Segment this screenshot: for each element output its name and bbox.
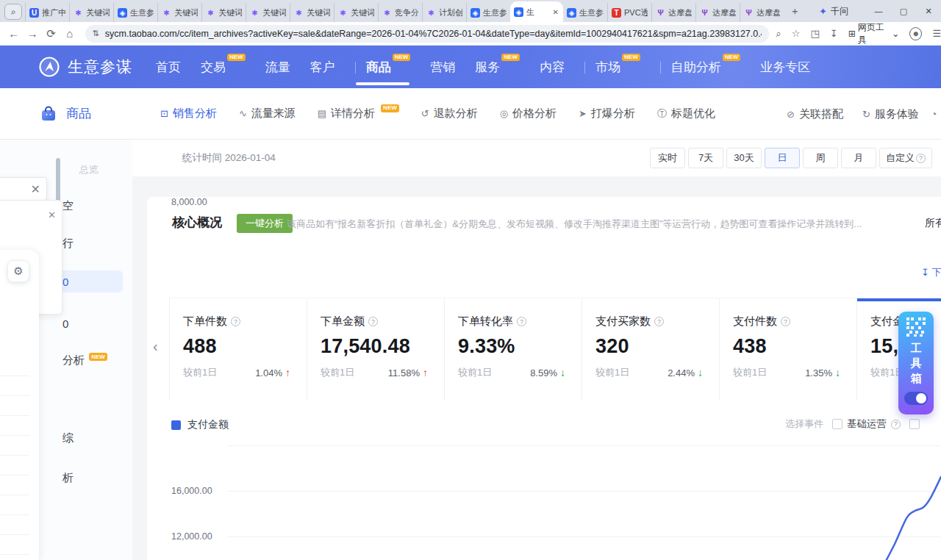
browser-tab[interactable]: Ψ 达摩盘 [651,3,695,22]
close-icon[interactable]: ✕ [31,182,40,196]
info-icon[interactable]: ? [517,317,526,326]
browser-tab[interactable]: ✱ 竞争分 [378,3,422,22]
reload-icon[interactable]: ⟳ [42,27,60,40]
analysis-tab[interactable]: ➤ 打爆分析 [579,107,635,121]
one-click-analyze-button[interactable]: 一键分析 [237,214,293,233]
home-icon[interactable]: ⌂ [60,27,79,40]
analysis-tab[interactable]: ◎ 价格分析 [500,107,557,121]
analysis-tab[interactable]: ↺ 退款分析 [421,107,478,121]
extension-icon[interactable]: ◳ [811,28,820,39]
browser-tab[interactable]: ◈ 生意参 [466,3,510,22]
trend-arrow-icon: ↑ [285,367,290,378]
close-window-button[interactable]: ✕ [916,0,941,22]
info-icon[interactable]: ? [781,317,790,326]
close-icon[interactable]: ✕ [48,209,56,220]
back-icon[interactable]: ← [4,27,23,40]
analysis-tab[interactable]: Ⓣ 标题优化 [657,107,715,121]
date-range-button[interactable]: 实时 [650,148,685,168]
browser-tab[interactable]: ✱ 关键词 [334,3,378,22]
metric-card[interactable]: 下单转化率 ? 9.33% 较前1日 8.59% ↓ [444,298,582,401]
date-range-label: 日 [778,151,787,165]
browser-tab[interactable]: ◈ 生意参 [563,3,607,22]
assistant-button[interactable]: ✦ 千问 [812,4,856,19]
toolbox-widget[interactable]: 工具箱 [898,312,934,414]
info-icon[interactable]: ? [368,317,378,326]
browser-tab[interactable]: Ψ 达摩盘 [740,3,784,22]
nav-item[interactable]: 市场 NEW [584,59,640,76]
metrics-scroll-left-chevron[interactable]: ‹ [153,338,158,355]
download-link[interactable]: ↧ 下载 [921,266,941,279]
tab-title: 生意参 [483,7,507,18]
nav-item[interactable]: 业务专区 [760,59,810,76]
toolbar-link[interactable]: ↻ 服务体验 [862,107,919,121]
nav-item[interactable]: 商品 NEW [355,59,411,76]
nav-item[interactable]: 内容 [540,59,565,76]
analysis-tab[interactable]: ▤ 详情分析 NEW [318,107,399,121]
sidebar-item[interactable]: 空 [62,199,74,213]
sidebar-item[interactable]: 0 [62,317,68,330]
assistant-label: 千问 [831,5,848,18]
metric-card[interactable]: 支付件数 ? 438 较前1日 1.35% ↓ [719,298,856,401]
maximize-button[interactable]: ▢ [891,0,916,22]
nav-item[interactable]: 交易 NEW [201,59,246,76]
sidebar-item[interactable]: 行 [62,237,74,251]
bookmark-star-icon[interactable]: ☆ [792,28,801,39]
tab-close-icon[interactable]: ✕ [552,8,559,16]
browser-tab[interactable]: ✱ 计划创 [422,3,466,22]
payment-trend-chart[interactable] [147,395,941,560]
browser-tab[interactable]: T PVC透 [607,3,651,22]
browser-tab[interactable]: ✱ 关键词 [246,3,290,22]
nav-item[interactable]: 首页 [156,59,181,76]
metric-card[interactable]: 下单件数 ? 488 较前1日 1.04% ↑ [169,298,307,401]
date-range-button[interactable]: 自定义 ? [879,148,932,168]
browser-tab[interactable]: ◈ 生意参 [113,3,157,22]
browser-tab[interactable]: ✱ 关键词 [201,3,246,22]
browser-tab[interactable]: ◈ 生 ✕ [510,1,563,22]
web-tools-menu[interactable]: ⊞ 网页工具 ⌄ [848,21,900,46]
brand[interactable]: 生意参谋 [38,56,132,78]
date-range-button[interactable]: 月 [841,148,876,168]
forward-icon[interactable]: → [23,27,41,40]
metric-card[interactable]: 支付买家数 ? 320 较前1日 2.44% ↓ [582,298,719,401]
nav-item[interactable]: 流量 [265,59,290,76]
nav-item[interactable]: 客户 [310,59,335,76]
minimize-button[interactable]: — [866,0,891,22]
new-tab-button[interactable]: ＋ [787,4,803,20]
gear-icon[interactable]: ⚙ [7,260,29,282]
date-range-label: 月 [854,151,864,165]
browser-menu-icon[interactable]: ☰ [932,28,941,39]
nav-item[interactable]: 营销 [430,59,455,76]
sidebar-item[interactable]: 综 [62,431,74,445]
browser-tab[interactable]: U 推广中 [25,3,69,22]
browser-tab[interactable]: Ψ 达摩盘 [695,3,740,22]
url-bar[interactable]: ⇅ sycm.taobao.com/cc/item_archives?activ… [85,25,769,43]
browser-tab[interactable]: ✱ 关键词 [69,3,113,22]
date-range-button[interactable]: 7天 [688,148,723,168]
profile-avatar[interactable]: ☻ [909,27,922,40]
tab-favicon: ◈ [470,8,480,18]
browser-tab[interactable]: ✱ 关键词 [157,3,201,22]
toolbar-link[interactable]: ⊘ 关联搭配 [787,107,843,121]
zoom-icon[interactable]: ⌕ [776,28,781,40]
site-info-icon[interactable]: ⇅ [93,29,99,38]
sidebar-item[interactable]: 析 [62,471,74,485]
metric-card[interactable]: 下单金额 ? 17,540.48 较前1日 11.58% ↑ [307,298,444,401]
analysis-tab[interactable]: ⊡ 销售分析 [160,107,217,121]
chevron-down-icon[interactable]: ⌄ [0,182,1,196]
info-icon[interactable]: ? [231,317,240,326]
toolbox-toggle[interactable] [904,392,928,405]
nav-item[interactable]: 自助分析 NEW [660,59,741,76]
date-range-button[interactable]: 日 [765,148,800,168]
download-icon[interactable]: ↧ [830,28,838,39]
tab-search-button[interactable]: ⌕ [4,4,22,20]
sidebar-item[interactable]: 分析 NEW [62,353,107,367]
date-range-button[interactable]: 30天 [726,148,762,168]
sidebar-item[interactable]: 0 [62,276,68,288]
analysis-tab[interactable]: ∿ 流量来源 [239,107,296,121]
info-icon[interactable]: ? [654,317,664,326]
nav-item[interactable]: 服务 NEW [475,59,520,76]
overview-more-link[interactable]: 所有 [925,217,941,230]
tab-title: 关键词 [86,7,110,18]
date-range-button[interactable]: 周 [803,148,838,168]
browser-tab[interactable]: ✱ 关键词 [290,3,334,22]
